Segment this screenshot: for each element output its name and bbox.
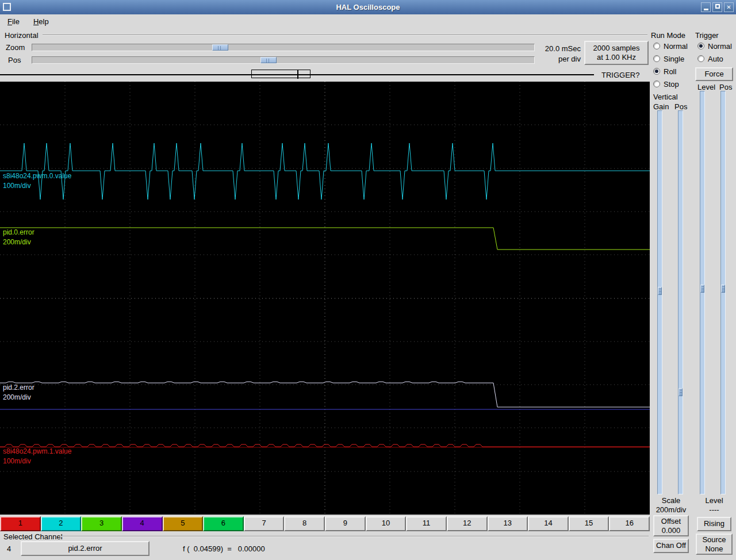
cursor-readout: f ( 0.04599) = 0.00000 [183,544,265,553]
channel-button-9[interactable]: 9 [325,516,366,531]
record-length-button[interactable]: 2000 samples at 1.00 KHz [584,41,649,65]
halscope-window: HAL Oscilloscope ✕ File Help Horizontal … [0,0,736,560]
menu-bar: File Help [0,14,736,29]
rising-button[interactable]: Rising [697,517,731,531]
channel-button-14[interactable]: 14 [528,516,569,531]
window-title: HAL Oscilloscope [0,3,736,11]
channel-button-12[interactable]: 12 [447,516,488,531]
channel-button-10[interactable]: 10 [366,516,407,531]
channel-button-15[interactable]: 15 [569,516,610,531]
trigger-mode-radios: NormalAuto [697,40,732,65]
radio-indicator [653,68,660,75]
vertical-pos-slider[interactable] [678,110,683,494]
trigger-mode-auto[interactable]: Auto [697,52,732,65]
scale-label: Scale [651,496,691,505]
svg-text:s8i48o24.pwm.1.value: s8i48o24.pwm.1.value [3,447,72,455]
radio-indicator [697,43,704,49]
time-per-div-value: 20.0 mSec [538,44,581,53]
trigger-question-label: TRIGGER? [601,71,639,79]
maximize-icon[interactable] [712,2,722,12]
svg-text:200m/div: 200m/div [3,238,31,246]
menu-file[interactable]: File [2,16,25,28]
channel-button-13[interactable]: 13 [488,516,528,531]
gain-label: Gain [653,102,669,111]
title-bar[interactable]: HAL Oscilloscope ✕ [0,0,736,14]
radio-indicator [653,43,660,49]
channel-button-7[interactable]: 7 [244,516,285,531]
trigger-source-button[interactable]: Source None [696,534,733,555]
channel-button-11[interactable]: 11 [406,516,447,531]
run-mode-roll[interactable]: Roll [653,65,688,78]
selected-channel-name-button[interactable]: pid.2.error [21,541,150,556]
channel-button-4[interactable]: 4 [122,516,163,531]
record-samples-text: 2000 samples [585,44,647,53]
source-value: None [697,544,731,554]
selected-channel-number: 4 [7,544,11,553]
run-mode-normal[interactable]: Normal [653,40,688,52]
selected-channel-group-label: Selected Channel [3,532,63,541]
run-mode-group-label: Run Mode [651,31,685,40]
scale-value: 200m/div [651,505,691,514]
channel-button-5[interactable]: 5 [163,516,204,531]
offset-button[interactable]: Offset 0.000 [653,515,689,536]
minimize-icon[interactable] [701,2,711,12]
visible-window-box[interactable] [251,70,310,78]
channel-button-2[interactable]: 2 [41,516,82,531]
horizontal-pos-label: Pos [8,56,21,64]
svg-text:100m/div: 100m/div [3,182,31,190]
channel-button-16[interactable]: 16 [609,516,650,531]
trigger-level-slider-handle[interactable] [700,285,704,293]
channel-button-1[interactable]: 1 [0,516,41,531]
trigger-point-line[interactable] [297,70,298,79]
trigger-pos-col-label: Pos [719,83,732,91]
zoom-label: Zoom [6,43,25,52]
radio-indicator [653,80,660,87]
zoom-slider[interactable] [32,44,535,51]
channel-button-3[interactable]: 3 [81,516,122,531]
trigger-level-label: Level [696,496,733,505]
horizontal-pos-slider-handle[interactable] [260,57,277,63]
svg-text:pid.2.error: pid.2.error [3,383,34,392]
radio-label: Normal [708,42,732,51]
time-per-div-unit: per div [538,55,581,63]
trigger-level-slider[interactable] [700,91,705,494]
run-mode-radios: NormalSingleRollStop [653,40,688,90]
trigger-mode-normal[interactable]: Normal [697,40,732,52]
zoom-slider-handle[interactable] [212,44,228,51]
run-mode-stop[interactable]: Stop [653,78,688,90]
radio-indicator [697,55,704,62]
vertical-pos-slider-handle[interactable] [678,388,683,396]
channel-button-row: 12345678910111213141516 [0,516,650,531]
channel-button-8[interactable]: 8 [284,516,325,531]
horizontal-group-rule [43,34,647,36]
vertical-pos-label: Pos [674,102,687,111]
trigger-position-bar[interactable] [0,70,594,79]
offset-value: 0.000 [654,526,688,535]
trigger-pos-slider[interactable] [720,91,726,494]
vertical-gain-slider[interactable] [657,110,662,494]
vertical-gain-slider-handle[interactable] [658,287,662,295]
radio-label: Auto [708,55,723,63]
scope-display: s8i48o24.pwm.0.value100m/divpid.0.error2… [0,82,650,515]
svg-text:100m/div: 100m/div [3,457,31,465]
radio-label: Roll [664,67,676,76]
source-label: Source [697,535,731,544]
close-icon[interactable]: ✕ [724,2,734,12]
horizontal-pos-slider[interactable] [32,56,535,64]
force-button[interactable]: Force [695,67,733,81]
svg-text:s8i48o24.pwm.0.value: s8i48o24.pwm.0.value [3,172,72,180]
trigger-pos-slider-handle[interactable] [721,285,725,293]
radio-label: Normal [664,42,688,51]
svg-text:200m/div: 200m/div [3,393,31,401]
horizontal-group-label: Horizontal [5,31,39,40]
channel-button-6[interactable]: 6 [203,516,244,531]
trigger-level-col-label: Level [697,83,715,91]
offset-label: Offset [654,517,688,526]
chan-off-button[interactable]: Chan Off [653,539,689,553]
run-mode-single[interactable]: Single [653,52,688,65]
menu-help[interactable]: Help [28,16,54,28]
trigger-group-label: Trigger [695,31,719,40]
radio-indicator [653,55,660,62]
selected-channel-rule [60,536,649,537]
window-icon [3,3,11,11]
